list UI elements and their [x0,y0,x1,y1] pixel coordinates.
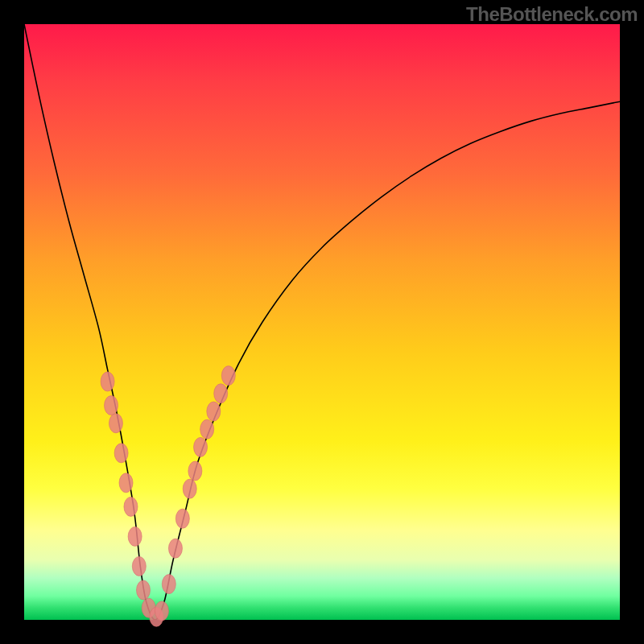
data-point [162,575,175,594]
data-point [221,366,235,386]
v-curve-line [24,24,620,620]
outer-frame: TheBottleneck.com [0,0,644,644]
data-point [137,580,151,600]
data-point [132,556,146,576]
data-point [114,444,128,463]
data-point [101,372,114,391]
data-point [207,402,221,421]
watermark-text: TheBottleneck.com [466,3,638,26]
data-point [194,437,208,456]
data-point [168,539,182,558]
data-point [155,601,168,621]
chart-overlay [24,24,620,620]
data-point [109,414,122,433]
data-point [124,497,138,516]
data-point [214,384,228,403]
data-point [183,479,196,498]
data-point [175,509,189,528]
data-point [200,419,214,439]
data-point [119,473,133,493]
data-point-cluster [101,366,235,627]
data-point [188,461,202,481]
data-point [128,526,142,546]
data-point [105,396,118,415]
